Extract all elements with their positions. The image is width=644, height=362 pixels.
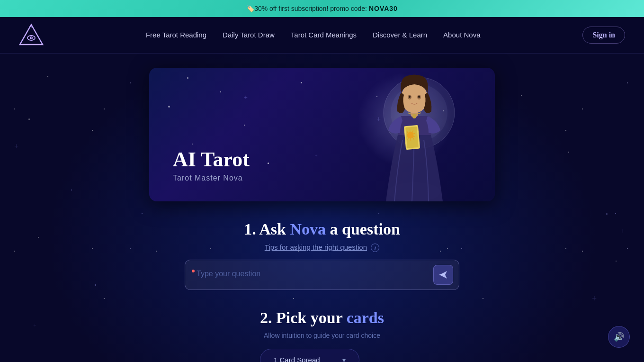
nav-item-free-reading[interactable]: Free Tarot Reading bbox=[139, 31, 213, 39]
nav-item-daily-draw[interactable]: Daily Tarot Draw bbox=[216, 31, 281, 39]
nav-link-daily-draw[interactable]: Daily Tarot Draw bbox=[216, 27, 281, 43]
nav-link-about[interactable]: About Nova bbox=[437, 27, 487, 43]
step1-nova: Nova bbox=[290, 220, 326, 238]
hero-subtitle: Tarot Master Nova bbox=[173, 174, 250, 182]
send-button[interactable] bbox=[433, 265, 453, 285]
spread-selector[interactable]: 1 Card Spread ▾ bbox=[260, 349, 359, 362]
hero-section: + + + bbox=[0, 54, 644, 211]
nav-link-discover[interactable]: Discover & Learn bbox=[366, 27, 434, 43]
svg-point-3 bbox=[31, 37, 32, 38]
svg-point-14 bbox=[409, 96, 411, 98]
send-icon bbox=[438, 270, 448, 280]
svg-point-16 bbox=[412, 115, 416, 118]
promo-banner: 🏷️30% off first subscription! promo code… bbox=[0, 0, 644, 17]
step2-label: 2. Pick your bbox=[260, 309, 347, 326]
nav-item-discover[interactable]: Discover & Learn bbox=[366, 31, 434, 39]
volume-button[interactable]: 🔊 bbox=[608, 326, 630, 348]
main-content: 1. Ask Nova a question Tips for asking t… bbox=[0, 211, 644, 362]
step1-rest: a question bbox=[326, 220, 400, 238]
nav-item-about[interactable]: About Nova bbox=[437, 31, 487, 39]
step2-highlight: cards bbox=[347, 309, 384, 326]
volume-icon: 🔊 bbox=[614, 332, 624, 342]
nav-item-card-meanings[interactable]: Tarot Card Meanings bbox=[284, 31, 363, 39]
step2-section: 2. Pick your cards Allow intuition to gu… bbox=[260, 309, 384, 362]
nav-link-card-meanings[interactable]: Tarot Card Meanings bbox=[284, 27, 363, 43]
hero-content: AI Tarot Tarot Master Nova bbox=[173, 148, 250, 182]
svg-marker-0 bbox=[20, 25, 43, 45]
info-icon[interactable]: i bbox=[371, 244, 379, 252]
logo-icon bbox=[19, 23, 44, 47]
logo[interactable] bbox=[19, 23, 44, 47]
step2-title: 2. Pick your cards bbox=[260, 309, 384, 327]
nav-link-free-reading[interactable]: Free Tarot Reading bbox=[139, 27, 213, 43]
chevron-down-icon: ▾ bbox=[342, 356, 346, 362]
promo-code: NOVA30 bbox=[369, 5, 398, 12]
step1-subtitle: Tips for asking the right question i bbox=[244, 243, 400, 252]
question-input[interactable] bbox=[197, 270, 430, 278]
step1-number: 1. Ask bbox=[244, 220, 290, 238]
step1-section: 1. Ask Nova a question Tips for asking t… bbox=[244, 220, 400, 252]
step1-title: 1. Ask Nova a question bbox=[244, 220, 400, 238]
step2-subtitle: Allow intuition to guide your card choic… bbox=[260, 332, 384, 339]
nav-links: Free Tarot Reading Daily Tarot Draw Taro… bbox=[139, 31, 487, 39]
sign-in-button[interactable]: Sign in bbox=[582, 27, 625, 44]
hero-title: AI Tarot bbox=[173, 148, 250, 171]
svg-point-15 bbox=[418, 96, 420, 98]
question-input-box[interactable] bbox=[185, 260, 459, 290]
tips-link[interactable]: Tips for asking the right question bbox=[265, 243, 367, 251]
sign-in-label: Sign in bbox=[582, 27, 625, 44]
hero-card: + + + bbox=[149, 68, 495, 201]
promo-text: 🏷️30% off first subscription! promo code… bbox=[246, 5, 367, 12]
spread-label: 1 Card Spread bbox=[274, 356, 320, 362]
navigation: Free Tarot Reading Daily Tarot Draw Taro… bbox=[0, 17, 644, 54]
hero-figure-svg bbox=[362, 69, 466, 201]
required-indicator bbox=[192, 270, 195, 272]
